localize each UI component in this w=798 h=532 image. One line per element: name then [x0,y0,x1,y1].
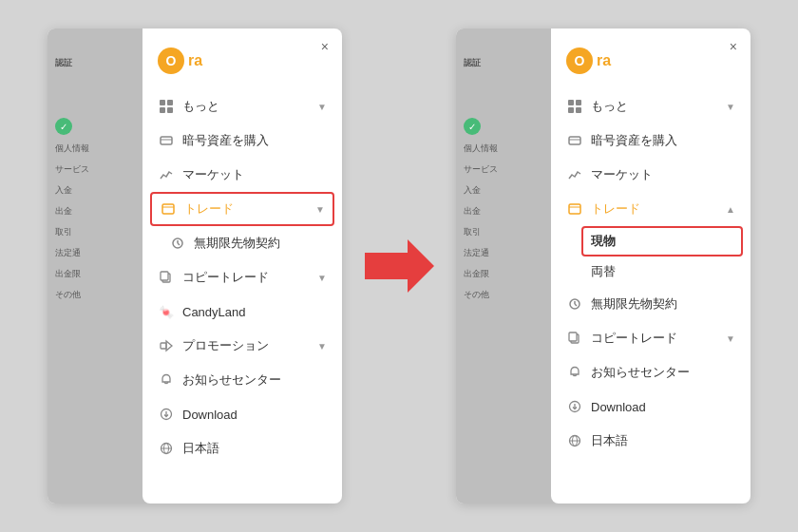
left-browser-panel: 認証 ✓ 個人情報 サービス 入金 出金 取引 法定通 出金限 その他 × [48,28,342,504]
right-notice-label: お知らせセンター [591,364,735,381]
globe-icon [158,440,175,457]
svg-rect-25 [568,107,574,113]
left-menu-download[interactable]: Download [142,397,342,431]
svg-rect-26 [576,107,581,113]
left-motto-label: もっと [182,98,317,115]
right-brand-logo: O [566,48,593,74]
right-menu-futures[interactable]: 無期限先物契約 [551,287,750,321]
right-grid-icon [566,98,583,115]
futures-icon [169,235,186,252]
left-brand-logo: O [158,48,184,74]
left-promotion-label: プロモーション [182,337,317,354]
right-trade-label: トレード [591,200,726,218]
left-candyland-label: CandyLand [182,305,327,319]
left-menu-market[interactable]: マーケット [142,158,342,192]
candy-icon: 🍬 [158,303,175,320]
left-modal-overlay: × O ra [48,28,342,504]
right-trade-icon [566,200,583,218]
svg-rect-24 [576,100,581,105]
svg-rect-3 [167,107,173,113]
left-language-label: 日本語 [182,440,327,457]
right-menu-ryogae[interactable]: 両替 [551,256,750,287]
svg-rect-12 [161,272,168,280]
left-menu-notice[interactable]: お知らせセンター [142,363,342,397]
right-trade-chevron: ▲ [726,204,735,215]
left-menu-motto[interactable]: もっと ▼ [142,89,342,124]
right-language-label: 日本語 [591,432,735,449]
svg-rect-29 [569,204,580,214]
left-download-label: Download [182,408,327,422]
crypto-icon [158,132,175,149]
right-menu-list: もっと ▼ 暗号資産を購入 [551,86,750,462]
left-close-button[interactable]: × [321,40,329,53]
svg-rect-35 [569,332,577,341]
left-market-label: マーケット [182,166,327,183]
right-genbutsu-label: 現物 [591,233,616,250]
right-download-label: Download [591,400,735,414]
svg-rect-4 [161,137,172,144]
right-crypto-buy-label: 暗号資産を購入 [591,132,735,149]
arrow-head [408,239,434,293]
bell-icon [158,371,175,389]
right-globe-icon [566,432,583,449]
right-motto-chevron: ▼ [726,102,735,112]
right-download-icon [566,398,583,415]
left-menu-crypto-buy[interactable]: 暗号資産を購入 [142,124,342,158]
svg-line-33 [575,304,577,306]
right-menu-motto[interactable]: もっと ▼ [551,89,750,124]
right-market-icon [566,166,583,183]
right-close-button[interactable]: × [730,40,737,53]
left-copy-trade-label: コピートレード [182,269,317,286]
right-ryogae-label: 両替 [591,263,616,280]
right-menu-crypto-buy[interactable]: 暗号資産を購入 [551,124,750,158]
right-market-label: マーケット [591,166,735,183]
left-menu-list: もっと ▼ 暗号資産を購入 [142,86,342,469]
screenshot-container: 認証 ✓ 個人情報 サービス 入金 出金 取引 法定通 出金限 その他 × [0,0,798,532]
right-menu-language[interactable]: 日本語 [551,424,750,458]
right-futures-label: 無期限先物契約 [591,295,735,313]
right-menu-copy-trade[interactable]: コピートレード ▼ [551,321,750,355]
left-futures-label: 無期限先物契約 [194,235,327,252]
grid-icon [158,98,175,115]
left-brand-header: O ra [142,44,342,86]
right-menu-download[interactable]: Download [551,390,750,424]
left-trade-label: トレード [184,200,315,218]
left-motto-chevron: ▼ [317,102,327,112]
left-menu-candyland[interactable]: 🍬 CandyLand [142,294,342,329]
right-copy-icon [566,330,583,347]
svg-rect-6 [162,204,174,214]
right-brand-header: O ra [551,44,750,86]
svg-rect-2 [160,107,165,113]
svg-marker-14 [166,341,172,351]
right-menu-market[interactable]: マーケット [551,158,750,192]
svg-rect-27 [569,137,580,144]
right-menu-notice[interactable]: お知らせセンター [551,355,750,390]
svg-rect-23 [568,100,574,105]
left-modal: × O ra [142,28,342,504]
trade-icon [160,200,177,218]
right-brand-text: ra [597,52,611,69]
left-brand-text: ra [188,52,202,69]
right-crypto-icon [566,132,583,149]
promo-icon [158,337,175,354]
left-copy-chevron: ▼ [317,273,327,283]
download-icon [158,406,175,423]
left-menu-language[interactable]: 日本語 [142,431,342,466]
left-menu-promotion[interactable]: プロモーション ▼ [142,329,342,363]
right-menu-genbutsu[interactable]: 現物 [581,226,743,256]
left-trade-chevron: ▼ [315,204,325,215]
right-menu-trade[interactable]: トレード ▲ [551,192,750,226]
panel-wrapper: 認証 ✓ 個人情報 サービス 入金 出金 取引 法定通 出金限 その他 × [0,0,798,532]
market-icon [158,166,175,183]
left-menu-copy-trade[interactable]: コピートレード ▼ [142,260,342,294]
right-modal-overlay: × O ra [456,28,750,504]
arrow-body [365,253,408,279]
left-menu-futures[interactable]: 無期限先物契約 [142,226,342,260]
svg-rect-1 [167,100,173,105]
right-bell-icon [566,364,583,381]
transition-arrow [361,239,437,293]
copy-icon [158,269,175,286]
right-copy-trade-label: コピートレード [591,330,726,347]
left-menu-trade[interactable]: トレード ▼ [150,192,334,226]
right-futures-icon [566,295,583,313]
